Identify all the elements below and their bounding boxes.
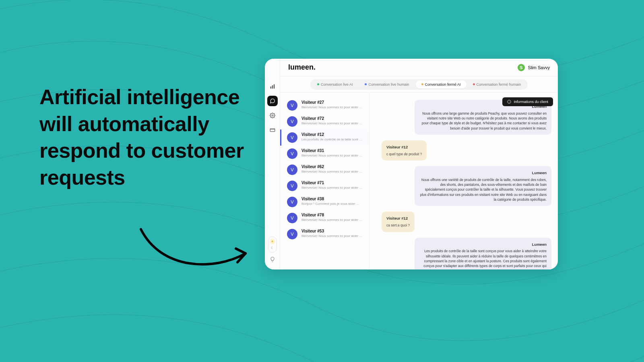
conversation-preview: Bonjour ! Comment puis-je vous aider … <box>301 202 359 206</box>
conversation-name: Visiteur #12 <box>301 132 362 137</box>
conversation-name: Visiteur #71 <box>301 181 363 185</box>
conversation-preview: Bienvenue! Nous sommes ici pour aider … <box>301 234 363 238</box>
avatar: V <box>287 116 297 127</box>
ai-message: LumeenNous offrons une variété de produi… <box>415 166 551 206</box>
svg-rect-0 <box>270 86 271 88</box>
conversation-item[interactable]: VVisiteur #27Bienvenue! Nous sommes ici … <box>280 97 369 113</box>
message-sender: Lumeen <box>419 170 547 176</box>
message-sender: Visiteur #12 <box>386 216 410 221</box>
visitor-message: Visiteur #12c quel type de produit ? <box>382 140 427 160</box>
message-text: Nous offrons une large gamme de produits… <box>422 111 547 130</box>
message-text: c quel type de produit ? <box>386 152 422 156</box>
svg-rect-2 <box>273 84 274 89</box>
logo: lumeen. <box>288 63 316 72</box>
avatar: V <box>287 213 297 223</box>
conversation-name: Visiteur #62 <box>301 165 363 169</box>
tab-label: Conversation live AI <box>321 82 353 86</box>
avatar: V <box>287 100 297 111</box>
status-dot-icon <box>473 83 475 85</box>
avatar: V <box>287 165 297 175</box>
moon-icon: ☾ <box>270 245 275 251</box>
help-icon[interactable] <box>268 255 277 264</box>
tab-0[interactable]: Conversation live AI <box>312 80 359 88</box>
conversation-preview: Bienvenue! Nous sommes ici pour aider … <box>301 105 363 109</box>
status-dot-icon <box>365 83 367 85</box>
marketing-headline: Artificial intelligence will automatical… <box>39 84 249 191</box>
settings-icon[interactable] <box>267 110 278 121</box>
client-info-button[interactable]: Informations du client <box>502 97 553 106</box>
tab-label: Conversation fermé AI <box>425 82 461 86</box>
svg-rect-1 <box>272 85 272 88</box>
conversation-preview: Bienvenue! Nous sommes ici pour aider … <box>301 121 363 125</box>
nav-rail: ☀ ☾ <box>265 59 280 269</box>
avatar: V <box>287 197 297 207</box>
arrow-illustration <box>137 225 258 278</box>
conversation-name: Visiteur #78 <box>301 213 363 217</box>
message-text: ca sert a quoi ? <box>386 223 410 227</box>
chat-icon[interactable] <box>267 96 278 106</box>
conversation-preview: Bienvenue! Nous sommes ici pour aider … <box>301 218 363 222</box>
conversation-item[interactable]: VVisiteur #38Bonjour ! Comment puis-je v… <box>280 194 369 210</box>
conversation-name: Visiteur #38 <box>301 197 359 201</box>
avatar: V <box>287 148 297 159</box>
tab-label: Conversation fermé humain <box>477 82 521 86</box>
svg-point-3 <box>272 115 273 116</box>
tab-bar: Conversation live AIConversation live hu… <box>280 76 558 93</box>
analytics-icon[interactable] <box>267 81 278 92</box>
visitor-message: Visiteur #12ca sert a quoi ? <box>382 212 415 232</box>
tab-1[interactable]: Conversation live humain <box>359 80 415 88</box>
conversation-preview: Bienvenue! Nous sommes ici pour aider … <box>301 170 363 173</box>
message-sender: Lumeen <box>419 242 547 247</box>
message-text: Les produits de contrôle de la taille so… <box>423 249 547 269</box>
conversation-name: Visiteur #72 <box>301 116 363 121</box>
theme-toggle[interactable]: ☀ ☾ <box>268 237 277 253</box>
client-info-label: Informations du client <box>514 100 548 104</box>
conversation-item[interactable]: VVisiteur #71Bienvenue! Nous sommes ici … <box>280 178 369 194</box>
status-dot-icon <box>317 83 319 85</box>
conversation-name: Visiteur #31 <box>301 148 363 153</box>
tab-2[interactable]: Conversation fermé AI <box>416 80 466 88</box>
conversation-item[interactable]: VVisiteur #12Les produits de contrôle de… <box>280 130 369 146</box>
avatar: V <box>287 181 297 191</box>
conversation-list[interactable]: VVisiteur #27Bienvenue! Nous sommes ici … <box>280 93 369 269</box>
status-dot-icon <box>421 83 423 85</box>
message-text: Nous offrons une variété de produits de … <box>420 178 547 202</box>
conversation-item[interactable]: VVisiteur #53Bienvenue! Nous sommes ici … <box>280 226 369 242</box>
main-area: lumeen. S Slim Savvy Conversation live A… <box>280 59 558 269</box>
ai-message: LumeenLes produits de contrôle de la tai… <box>415 238 551 270</box>
avatar: V <box>287 132 297 143</box>
billing-icon[interactable] <box>267 125 278 135</box>
shopify-badge-icon: S <box>518 64 525 71</box>
sun-icon: ☀ <box>270 239 275 244</box>
avatar: V <box>287 229 297 239</box>
tab-3[interactable]: Conversation fermé humain <box>467 80 527 88</box>
conversation-preview: Bienvenue! Nous sommes ici pour aider … <box>301 154 363 157</box>
app-window: ☀ ☾ lumeen. S Slim Savvy Conversation li… <box>265 59 558 269</box>
conversation-item[interactable]: VVisiteur #62Bienvenue! Nous sommes ici … <box>280 162 369 178</box>
svg-rect-4 <box>270 129 275 132</box>
tab-label: Conversation live humain <box>368 82 409 86</box>
conversation-preview: Bienvenue! Nous sommes ici pour aider … <box>301 186 363 189</box>
conversation-item[interactable]: VVisiteur #31Bienvenue! Nous sommes ici … <box>280 146 369 162</box>
message-sender: Visiteur #12 <box>386 144 422 150</box>
conversation-item[interactable]: VVisiteur #78Bienvenue! Nous sommes ici … <box>280 210 369 226</box>
conversation-item[interactable]: VVisiteur #72Bienvenue! Nous sommes ici … <box>280 113 369 130</box>
chat-panel: Informations du client LumeenNous offron… <box>369 93 558 269</box>
header: lumeen. S Slim Savvy <box>280 59 558 76</box>
conversation-name: Visiteur #53 <box>301 229 363 233</box>
conversation-name: Visiteur #27 <box>301 100 363 105</box>
conversation-preview: Les produits de contrôle de la taille so… <box>301 138 362 141</box>
store-name: Slim Savvy <box>528 65 550 70</box>
